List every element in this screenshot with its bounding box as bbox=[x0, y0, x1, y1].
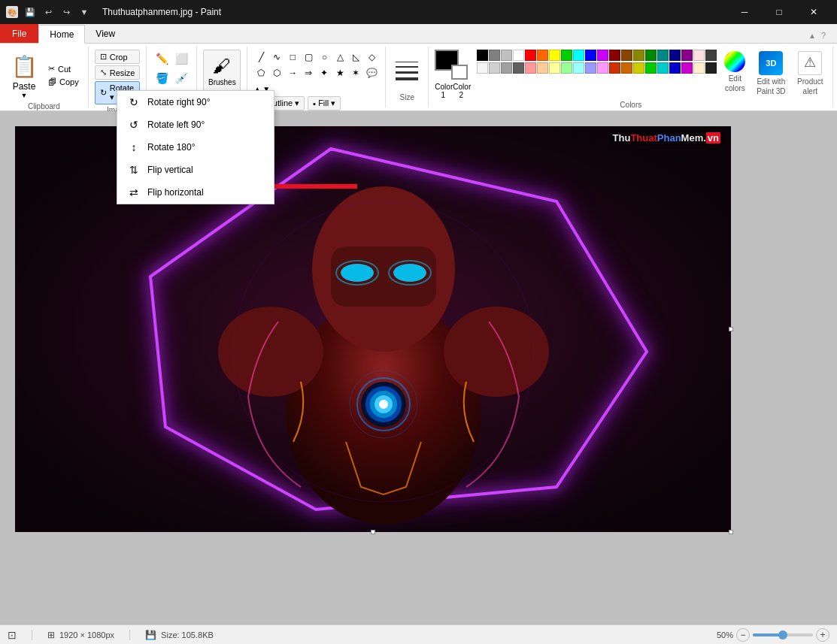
size-button[interactable] bbox=[392, 50, 422, 92]
palette-cell[interactable] bbox=[597, 50, 608, 61]
tab-file[interactable]: File bbox=[0, 24, 38, 43]
palette-cell[interactable] bbox=[561, 50, 572, 61]
shape-arrow1[interactable]: → bbox=[285, 65, 300, 80]
eraser-tool[interactable]: ⬜ bbox=[172, 50, 190, 68]
palette-cell[interactable] bbox=[705, 62, 717, 74]
shape-rttriangle[interactable]: ◺ bbox=[348, 50, 363, 65]
shape-star6[interactable]: ✶ bbox=[348, 65, 363, 80]
palette-cell[interactable] bbox=[669, 62, 681, 74]
cut-button[interactable]: ✂ Cut bbox=[45, 62, 82, 75]
shape-hexagon[interactable]: ⬡ bbox=[269, 65, 284, 80]
palette-cell[interactable] bbox=[525, 62, 536, 74]
zoom-out-btn[interactable]: − bbox=[736, 628, 750, 642]
palette-cell[interactable] bbox=[489, 50, 500, 61]
palette-cell[interactable] bbox=[513, 62, 524, 74]
copy-button[interactable]: 🗐 Copy bbox=[45, 76, 82, 88]
palette-cell[interactable] bbox=[705, 50, 717, 61]
palette-cell[interactable] bbox=[693, 50, 705, 61]
palette-cell[interactable] bbox=[561, 62, 572, 74]
fill-tool[interactable]: 🪣 bbox=[153, 69, 171, 87]
palette-cell[interactable] bbox=[537, 62, 548, 74]
palette-cell[interactable] bbox=[645, 62, 657, 74]
palette-cell[interactable] bbox=[597, 62, 608, 74]
close-btn[interactable]: ✕ bbox=[796, 0, 831, 24]
rotate-left-90[interactable]: ↺ Rotate left 90° bbox=[117, 113, 274, 136]
zoom-slider[interactable] bbox=[753, 633, 813, 636]
palette-cell[interactable] bbox=[573, 62, 584, 74]
minimize-btn[interactable]: ─ bbox=[727, 0, 762, 24]
shape-callout[interactable]: 💬 bbox=[364, 65, 379, 80]
qa-dropdown-btn[interactable]: ▼ bbox=[77, 5, 92, 20]
palette-cell[interactable] bbox=[549, 50, 560, 61]
shape-ellipse[interactable]: ○ bbox=[317, 50, 332, 65]
save-quick-btn[interactable]: 💾 bbox=[23, 5, 38, 20]
product-alert-button[interactable]: ⚠ Product alert bbox=[793, 50, 826, 98]
undo-btn[interactable]: ↩ bbox=[41, 5, 56, 20]
palette-cell[interactable] bbox=[633, 62, 644, 74]
status-bar: ⊡ ⊞ 1920 × 1080px 💾 Size: 105.8KB 50% − … bbox=[0, 624, 837, 644]
tab-home[interactable]: Home bbox=[38, 25, 85, 44]
zoom-slider-thumb[interactable] bbox=[778, 630, 787, 639]
fill-button[interactable]: ▪ Fill ▾ bbox=[308, 96, 341, 110]
flip-vertical[interactable]: ⇅ Flip vertical bbox=[117, 159, 274, 181]
zoom-in-btn[interactable]: + bbox=[816, 628, 829, 642]
palette-cell[interactable] bbox=[609, 50, 620, 61]
svg-point-4 bbox=[444, 307, 549, 397]
palette-cell[interactable] bbox=[693, 62, 705, 74]
status-divider-1 bbox=[32, 630, 32, 640]
palette-cell[interactable] bbox=[489, 62, 500, 74]
palette-cell[interactable] bbox=[573, 50, 584, 61]
palette-cell[interactable] bbox=[609, 62, 620, 74]
palette-cell[interactable] bbox=[501, 62, 512, 74]
edit-colors-button[interactable]: Edit colors bbox=[721, 50, 748, 95]
shape-arrow2[interactable]: ⇒ bbox=[301, 65, 316, 80]
palette-cell[interactable] bbox=[669, 50, 681, 61]
palette-cell[interactable] bbox=[681, 62, 693, 74]
shape-roundrect[interactable]: ▢ bbox=[301, 50, 316, 65]
shape-diamond[interactable]: ◇ bbox=[364, 50, 379, 65]
palette-cell[interactable] bbox=[621, 62, 632, 74]
resize-handle-mid-right[interactable] bbox=[729, 327, 733, 331]
crop-button[interactable]: ⊡ Crop bbox=[95, 50, 141, 64]
palette-cell[interactable] bbox=[681, 50, 693, 61]
pencil-tool[interactable]: ✏️ bbox=[153, 50, 171, 68]
brushes-button[interactable]: 🖌 Brushes bbox=[203, 50, 241, 92]
palette-cell[interactable] bbox=[657, 50, 669, 61]
palette-cell[interactable] bbox=[477, 50, 488, 61]
paste-icon: 📋 bbox=[11, 51, 38, 81]
color2-swatch[interactable] bbox=[451, 65, 468, 80]
shape-curve[interactable]: ∿ bbox=[269, 50, 284, 65]
flip-horizontal[interactable]: ⇄ Flip horizontal bbox=[117, 181, 274, 204]
shape-line[interactable]: ╱ bbox=[253, 50, 268, 65]
resize-handle-bottom-right[interactable] bbox=[729, 530, 733, 534]
resize-button[interactable]: ⤡ Resize bbox=[95, 65, 141, 80]
ribbon-collapse-btn[interactable]: ▲ bbox=[808, 32, 816, 40]
palette-cell[interactable] bbox=[645, 50, 657, 61]
palette-cell[interactable] bbox=[585, 62, 596, 74]
shape-star4[interactable]: ✦ bbox=[317, 65, 332, 80]
shape-triangle[interactable]: △ bbox=[332, 50, 347, 65]
rotate-right-90[interactable]: ↻ Rotate right 90° bbox=[117, 91, 274, 113]
palette-cell[interactable] bbox=[621, 50, 632, 61]
palette-cell[interactable] bbox=[537, 50, 548, 61]
redo-btn[interactable]: ↪ bbox=[59, 5, 74, 20]
palette-cell[interactable] bbox=[549, 62, 560, 74]
tab-view[interactable]: View bbox=[85, 24, 126, 43]
palette-cell[interactable] bbox=[525, 50, 536, 61]
picker-tool[interactable]: 💉 bbox=[172, 69, 190, 87]
shape-star5[interactable]: ★ bbox=[332, 65, 347, 80]
rotate-180[interactable]: ↕ Rotate 180° bbox=[117, 136, 274, 159]
shape-pentagon[interactable]: ⬠ bbox=[253, 65, 268, 80]
palette-cell[interactable] bbox=[585, 50, 596, 61]
resize-handle-bottom-mid[interactable] bbox=[371, 530, 375, 534]
edit-with-3d-button[interactable]: 3D Edit with Paint 3D bbox=[753, 50, 789, 98]
palette-cell[interactable] bbox=[477, 62, 488, 74]
palette-cell[interactable] bbox=[513, 50, 524, 61]
shape-rect[interactable]: □ bbox=[285, 50, 300, 65]
paste-button[interactable]: 📋 Paste ▼ bbox=[6, 50, 42, 101]
maximize-btn[interactable]: □ bbox=[762, 0, 796, 24]
palette-cell[interactable] bbox=[657, 62, 669, 74]
palette-cell[interactable] bbox=[633, 50, 644, 61]
palette-cell[interactable] bbox=[501, 50, 512, 61]
help-btn[interactable]: ? bbox=[816, 28, 831, 43]
